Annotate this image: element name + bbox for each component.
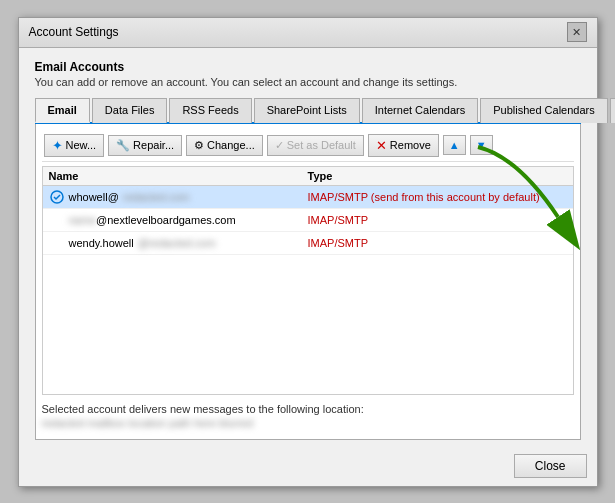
repair-icon: 🔧 (116, 139, 130, 152)
tab-rss-feeds[interactable]: RSS Feeds (169, 98, 251, 123)
account-toolbar: ✦ New... 🔧 Repair... ⚙ Change... ✓ Set a… (42, 130, 574, 162)
move-down-button[interactable]: ▼ (470, 135, 493, 155)
account-type-cell: IMAP/SMTP (308, 237, 567, 249)
account-type-cell: IMAP/SMTP (308, 214, 567, 226)
title-bar: Account Settings ✕ (19, 18, 597, 48)
tab-email[interactable]: Email (35, 98, 90, 123)
change-icon: ⚙ (194, 139, 204, 152)
tab-bar: Email Data Files RSS Feeds SharePoint Li… (35, 98, 581, 124)
account-icon-empty (49, 235, 65, 251)
account-type-cell: IMAP/SMTP (send from this account by def… (308, 191, 567, 203)
section-description: You can add or remove an account. You ca… (35, 76, 581, 88)
deliver-value: redacted mailbox location path here blur… (42, 417, 574, 429)
account-name-cell: name@nextlevelboardgames.com (49, 212, 308, 228)
tab-published-calendars[interactable]: Published Calendars (480, 98, 608, 123)
remove-button[interactable]: ✕ Remove (368, 134, 439, 157)
dialog-footer: Close (19, 448, 597, 486)
up-arrow-icon: ▲ (449, 139, 460, 151)
tab-internet-calendars[interactable]: Internet Calendars (362, 98, 479, 123)
account-icon-empty (49, 212, 65, 228)
dialog-title: Account Settings (29, 25, 119, 39)
new-account-button[interactable]: ✦ New... (44, 134, 105, 157)
account-name-cell: wendy.howell@redacted.com (49, 235, 308, 251)
section-title: Email Accounts (35, 60, 581, 74)
name-column-header: Name (49, 170, 308, 182)
new-icon: ✦ (52, 138, 63, 153)
table-row[interactable]: whowell@redacted.com IMAP/SMTP (send fro… (43, 186, 573, 209)
deliver-label: Selected account delivers new messages t… (42, 403, 574, 415)
down-arrow-icon: ▼ (476, 139, 487, 151)
account-table: Name Type whowell@redacted.com IMAP/SMTP… (42, 166, 574, 395)
tab-sharepoint-lists[interactable]: SharePoint Lists (254, 98, 360, 123)
type-column-header: Type (308, 170, 567, 182)
tab-address-books[interactable]: Address Books (610, 98, 615, 123)
table-row[interactable]: wendy.howell@redacted.com IMAP/SMTP (43, 232, 573, 255)
set-default-button[interactable]: ✓ Set as Default (267, 135, 364, 156)
repair-button[interactable]: 🔧 Repair... (108, 135, 182, 156)
table-row[interactable]: name@nextlevelboardgames.com IMAP/SMTP (43, 209, 573, 232)
email-panel: ✦ New... 🔧 Repair... ⚙ Change... ✓ Set a… (35, 124, 581, 440)
window-close-button[interactable]: ✕ (567, 22, 587, 42)
account-name-cell: whowell@redacted.com (49, 189, 308, 205)
deliver-section: Selected account delivers new messages t… (42, 395, 574, 433)
account-icon (49, 189, 65, 205)
tab-data-files[interactable]: Data Files (92, 98, 168, 123)
table-header: Name Type (43, 167, 573, 186)
remove-icon: ✕ (376, 138, 387, 153)
change-button[interactable]: ⚙ Change... (186, 135, 263, 156)
move-up-button[interactable]: ▲ (443, 135, 466, 155)
close-dialog-button[interactable]: Close (514, 454, 587, 478)
check-icon: ✓ (275, 139, 284, 152)
